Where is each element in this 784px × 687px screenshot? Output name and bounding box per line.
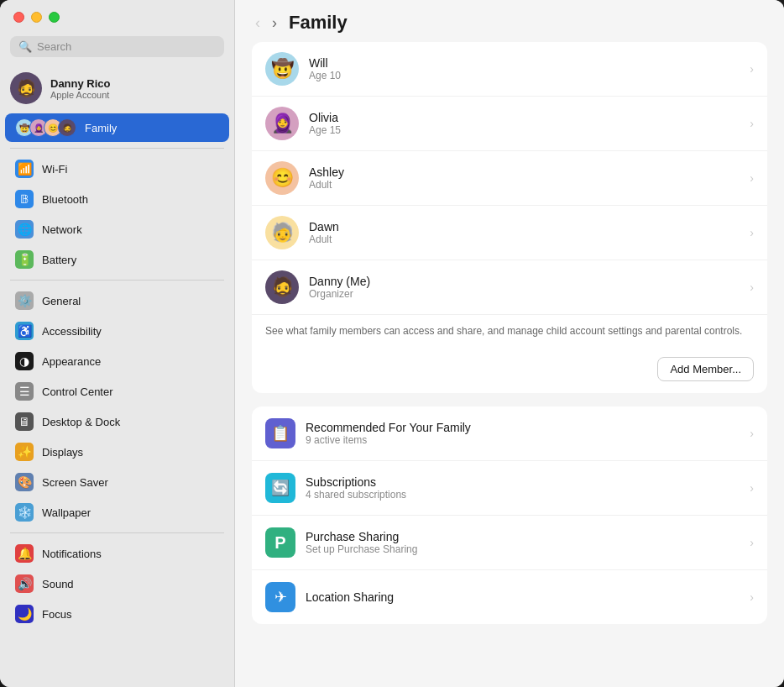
account-avatar: 🧔	[10, 72, 42, 104]
member-row-olivia[interactable]: 🧕 Olivia Age 15 ›	[252, 97, 767, 151]
wifi-icon: 📶	[15, 160, 34, 178]
sidebar-item-family[interactable]: 🤠 🧕 😊 🧔 Family	[5, 113, 229, 142]
battery-icon: 🔋	[15, 250, 34, 269]
avatar-danny: 🧔	[265, 270, 299, 304]
sidebar-item-battery[interactable]: 🔋 Battery	[5, 245, 229, 274]
general-label: General	[42, 295, 81, 307]
service-sub-subscriptions: 4 shared subscriptions	[306, 489, 740, 501]
sidebar-item-focus[interactable]: 🌙 Focus	[5, 600, 229, 628]
service-sub-purchase-sharing: Set up Purchase Sharing	[306, 543, 740, 555]
sidebar-item-control-center[interactable]: ☰ Control Center	[5, 377, 229, 406]
desktop-dock-icon: 🖥	[15, 412, 34, 431]
displays-icon: ✨	[15, 443, 34, 461]
services-card: 📋 Recommended For Your Family 9 active i…	[252, 406, 767, 624]
member-info-will: Will Age 10	[309, 56, 740, 81]
sidebar-item-accessibility[interactable]: ♿ Accessibility	[5, 317, 229, 345]
page-title: Family	[289, 12, 348, 34]
member-info-ashley: Ashley Adult	[309, 165, 740, 191]
chevron-icon-ashley: ›	[750, 171, 754, 185]
members-card: 🤠 Will Age 10 › 🧕 Olivia Age 15 ›	[252, 42, 767, 393]
sound-icon: 🔊	[15, 574, 34, 593]
sidebar-item-network[interactable]: 🌐 Network	[5, 215, 229, 244]
add-member-button[interactable]: Add Member...	[657, 357, 754, 381]
sidebar-item-desktop-dock[interactable]: 🖥 Desktop & Dock	[5, 407, 229, 436]
service-row-location-sharing[interactable]: ✈ Location Sharing ›	[252, 570, 767, 624]
wifi-label: Wi-Fi	[42, 163, 67, 176]
member-role-olivia: Age 15	[309, 124, 740, 136]
member-name-danny: Danny (Me)	[309, 275, 740, 288]
service-row-subscriptions[interactable]: 🔄 Subscriptions 4 shared subscriptions ›	[252, 461, 767, 516]
chevron-icon-subscriptions: ›	[750, 481, 754, 495]
search-bar[interactable]: 🔍 Search	[10, 36, 224, 57]
bluetooth-icon: 𝔹	[15, 190, 34, 208]
sidebar-item-general[interactable]: ⚙️ General	[5, 286, 229, 315]
main-content: 🤠 Will Age 10 › 🧕 Olivia Age 15 ›	[235, 42, 784, 687]
account-subtitle: Apple Account	[50, 90, 111, 100]
member-row-will[interactable]: 🤠 Will Age 10 ›	[252, 42, 767, 97]
member-role-danny: Organizer	[309, 288, 740, 300]
purchase-sharing-icon: P	[265, 527, 295, 558]
service-row-recommended[interactable]: 📋 Recommended For Your Family 9 active i…	[252, 406, 767, 461]
service-name-recommended: Recommended For Your Family	[306, 421, 740, 434]
chevron-icon-recommended: ›	[750, 427, 754, 440]
recommended-icon: 📋	[265, 418, 295, 448]
close-button[interactable]	[13, 12, 24, 23]
member-row-danny[interactable]: 🧔 Danny (Me) Organizer ›	[252, 260, 767, 315]
service-name-location-sharing: Location Sharing	[306, 590, 740, 604]
search-placeholder: Search	[37, 40, 71, 53]
sidebar-divider-2	[10, 280, 224, 281]
service-name-purchase-sharing: Purchase Sharing	[306, 530, 740, 543]
member-role-dawn: Adult	[309, 233, 740, 245]
avatar-olivia: 🧕	[265, 107, 299, 140]
displays-label: Displays	[42, 446, 83, 459]
app-window: 🔍 Search 🧔 Danny Rico Apple Account 🤠 🧕 …	[0, 0, 784, 687]
sidebar-item-sound[interactable]: 🔊 Sound	[5, 569, 229, 598]
family-avatar-danny: 🧔	[58, 118, 76, 137]
focus-label: Focus	[42, 608, 71, 621]
back-button[interactable]: ‹	[252, 13, 264, 32]
sidebar-item-appearance[interactable]: ◑ Appearance	[5, 347, 229, 375]
chevron-icon-location-sharing: ›	[750, 590, 754, 604]
control-center-label: Control Center	[42, 385, 113, 398]
member-name-will: Will	[309, 56, 740, 70]
service-row-purchase-sharing[interactable]: P Purchase Sharing Set up Purchase Shari…	[252, 516, 767, 570]
sidebar-item-bluetooth[interactable]: 𝔹 Bluetooth	[5, 185, 229, 213]
notifications-label: Notifications	[42, 548, 102, 560]
apple-account-item[interactable]: 🧔 Danny Rico Apple Account	[0, 66, 234, 113]
avatar-dawn: 🧓	[265, 216, 299, 249]
forward-button[interactable]: ›	[269, 13, 280, 32]
desktop-dock-label: Desktop & Dock	[42, 416, 120, 428]
appearance-label: Appearance	[42, 355, 101, 368]
main-panel: ‹ › Family 🤠 Will Age 10 › 🧕	[235, 0, 784, 687]
sidebar-item-screen-saver[interactable]: 🎨 Screen Saver	[5, 468, 229, 496]
main-header: ‹ › Family	[235, 0, 784, 42]
avatar-will: 🤠	[265, 52, 299, 86]
sidebar-divider-1	[10, 148, 224, 149]
chevron-icon-danny: ›	[750, 281, 754, 294]
traffic-lights	[0, 0, 234, 31]
account-info: Danny Rico Apple Account	[50, 77, 111, 100]
accessibility-icon: ♿	[15, 322, 34, 340]
member-info-olivia: Olivia Age 15	[309, 111, 740, 136]
service-sub-recommended: 9 active items	[306, 434, 740, 446]
member-info-danny: Danny (Me) Organizer	[309, 275, 740, 300]
accessibility-label: Accessibility	[42, 325, 102, 338]
wallpaper-icon: ❄️	[15, 503, 34, 522]
member-row-dawn[interactable]: 🧓 Dawn Adult ›	[252, 206, 767, 260]
sidebar-item-displays[interactable]: ✨ Displays	[5, 438, 229, 466]
control-center-icon: ☰	[15, 382, 34, 401]
chevron-icon-purchase-sharing: ›	[750, 536, 754, 549]
minimize-button[interactable]	[31, 12, 42, 23]
focus-icon: 🌙	[15, 605, 34, 623]
sidebar-item-wifi[interactable]: 📶 Wi-Fi	[5, 155, 229, 183]
bluetooth-label: Bluetooth	[42, 193, 88, 206]
member-row-ashley[interactable]: 😊 Ashley Adult ›	[252, 151, 767, 206]
add-member-row: Add Member...	[252, 349, 767, 393]
appearance-icon: ◑	[15, 352, 34, 370]
sidebar-item-notifications[interactable]: 🔔 Notifications	[5, 539, 229, 568]
battery-label: Battery	[42, 254, 76, 266]
maximize-button[interactable]	[49, 12, 60, 23]
sidebar-item-wallpaper[interactable]: ❄️ Wallpaper	[5, 498, 229, 527]
service-info-recommended: Recommended For Your Family 9 active ite…	[306, 421, 740, 446]
chevron-icon-dawn: ›	[750, 226, 754, 239]
